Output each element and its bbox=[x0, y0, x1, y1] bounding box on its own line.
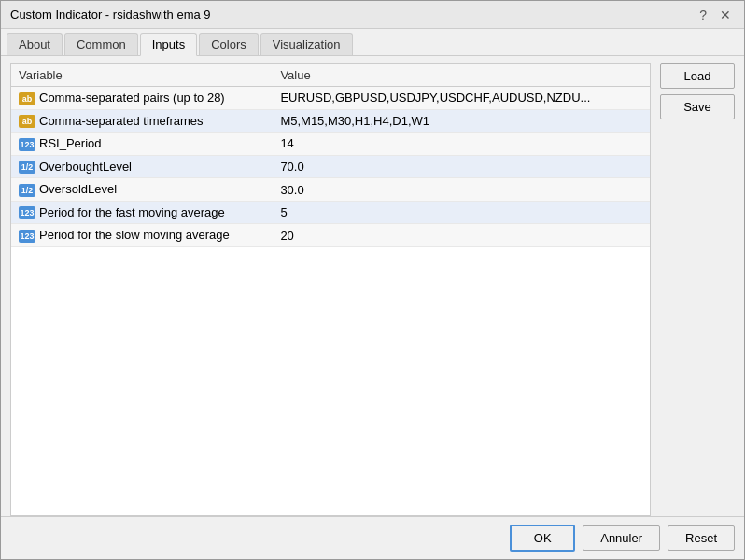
type-icon: 123 bbox=[19, 138, 35, 151]
load-button[interactable]: Load bbox=[660, 63, 735, 89]
value-cell[interactable]: 20 bbox=[273, 224, 650, 247]
footer-buttons: OK Annuler Reset bbox=[1, 516, 744, 559]
variable-name: Period for the slow moving average bbox=[39, 228, 230, 242]
value-cell[interactable]: M5,M15,M30,H1,H4,D1,W1 bbox=[273, 109, 650, 133]
col-value: Value bbox=[273, 64, 650, 87]
sidebar-actions: Load Save bbox=[651, 63, 735, 516]
variable-name: Period for the fast moving average bbox=[39, 205, 225, 219]
tab-about[interactable]: About bbox=[7, 33, 63, 55]
type-icon: 123 bbox=[19, 230, 35, 243]
type-icon: 1/2 bbox=[19, 161, 35, 174]
main-content: Variable Value abComma-separated pairs (… bbox=[1, 56, 744, 559]
main-window: Custom Indicator - rsidashwith ema 9 ? ✕… bbox=[0, 0, 745, 560]
tab-bar: About Common Inputs Colors Visualization bbox=[1, 29, 744, 56]
reset-button[interactable]: Reset bbox=[668, 525, 735, 551]
title-bar-controls: ? ✕ bbox=[696, 8, 735, 21]
content-with-sidebar: Variable Value abComma-separated pairs (… bbox=[1, 56, 744, 516]
save-button[interactable]: Save bbox=[660, 94, 735, 119]
variable-name: RSI_Period bbox=[39, 136, 101, 150]
table-row[interactable]: 123Period for the fast moving average5 bbox=[11, 201, 650, 224]
type-icon: 123 bbox=[19, 206, 35, 219]
variable-cell: 123RSI_Period bbox=[11, 133, 273, 156]
variable-cell: 1/2OversoldLevel bbox=[11, 178, 273, 202]
variable-name: OversoldLevel bbox=[39, 182, 117, 196]
value-cell[interactable]: EURUSD,GBPUSD,USDJPY,USDCHF,AUDUSD,NZDU.… bbox=[273, 87, 650, 110]
close-button[interactable]: ✕ bbox=[716, 8, 735, 21]
value-cell[interactable]: 5 bbox=[273, 201, 650, 224]
value-cell[interactable]: 30.0 bbox=[273, 178, 650, 202]
title-bar: Custom Indicator - rsidashwith ema 9 ? ✕ bbox=[1, 1, 744, 29]
table-row[interactable]: 123Period for the slow moving average20 bbox=[11, 224, 650, 247]
table-row[interactable]: 123RSI_Period14 bbox=[11, 133, 650, 156]
col-variable: Variable bbox=[11, 64, 273, 87]
parameters-table: Variable Value abComma-separated pairs (… bbox=[11, 64, 650, 247]
value-cell[interactable]: 70.0 bbox=[273, 155, 650, 178]
table-row[interactable]: abComma-separated timeframesM5,M15,M30,H… bbox=[11, 109, 650, 133]
variable-cell: 1/2OverboughtLevel bbox=[11, 155, 273, 178]
ok-button[interactable]: OK bbox=[510, 525, 575, 552]
variable-cell: abComma-separated timeframes bbox=[11, 109, 273, 133]
help-button[interactable]: ? bbox=[696, 8, 710, 21]
table-row[interactable]: 1/2OversoldLevel30.0 bbox=[11, 178, 650, 202]
type-icon: 1/2 bbox=[19, 184, 35, 197]
variable-name: Comma-separated pairs (up to 28) bbox=[39, 91, 225, 105]
value-cell[interactable]: 14 bbox=[273, 133, 650, 156]
table-row[interactable]: 1/2OverboughtLevel70.0 bbox=[11, 155, 650, 178]
parameters-table-container: Variable Value abComma-separated pairs (… bbox=[10, 63, 651, 516]
variable-cell: 123Period for the slow moving average bbox=[11, 224, 273, 247]
tab-colors[interactable]: Colors bbox=[199, 33, 259, 55]
variable-name: Comma-separated timeframes bbox=[39, 114, 204, 128]
window-title: Custom Indicator - rsidashwith ema 9 bbox=[10, 7, 211, 21]
type-icon: ab bbox=[19, 115, 35, 128]
variable-cell: abComma-separated pairs (up to 28) bbox=[11, 87, 273, 110]
cancel-button[interactable]: Annuler bbox=[583, 525, 660, 551]
tab-common[interactable]: Common bbox=[64, 33, 138, 55]
tab-inputs[interactable]: Inputs bbox=[140, 33, 197, 56]
table-row[interactable]: abComma-separated pairs (up to 28)EURUSD… bbox=[11, 87, 650, 110]
type-icon: ab bbox=[19, 92, 35, 105]
variable-name: OverboughtLevel bbox=[39, 160, 132, 174]
tab-visualization[interactable]: Visualization bbox=[260, 33, 353, 55]
variable-cell: 123Period for the fast moving average bbox=[11, 201, 273, 224]
